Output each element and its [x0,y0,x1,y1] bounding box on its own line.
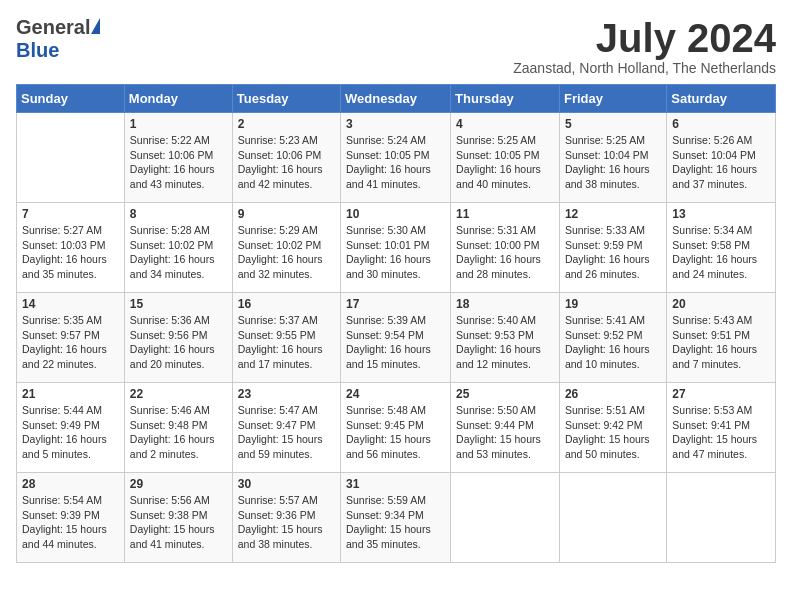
calendar-cell: 31Sunrise: 5:59 AM Sunset: 9:34 PM Dayli… [341,473,451,563]
day-number: 13 [672,207,770,221]
cell-content: Sunrise: 5:59 AM Sunset: 9:34 PM Dayligh… [346,493,445,552]
title-block: July 2024 Zaanstad, North Holland, The N… [513,16,776,76]
calendar-cell: 9Sunrise: 5:29 AM Sunset: 10:02 PM Dayli… [232,203,340,293]
cell-content: Sunrise: 5:30 AM Sunset: 10:01 PM Daylig… [346,223,445,282]
day-number: 1 [130,117,227,131]
day-number: 7 [22,207,119,221]
day-header-sunday: Sunday [17,85,125,113]
calendar-cell: 22Sunrise: 5:46 AM Sunset: 9:48 PM Dayli… [124,383,232,473]
calendar-header: SundayMondayTuesdayWednesdayThursdayFrid… [17,85,776,113]
cell-content: Sunrise: 5:57 AM Sunset: 9:36 PM Dayligh… [238,493,335,552]
page-header: General Blue July 2024 Zaanstad, North H… [16,16,776,76]
cell-content: Sunrise: 5:29 AM Sunset: 10:02 PM Daylig… [238,223,335,282]
week-row-3: 14Sunrise: 5:35 AM Sunset: 9:57 PM Dayli… [17,293,776,383]
day-number: 5 [565,117,661,131]
calendar-cell: 18Sunrise: 5:40 AM Sunset: 9:53 PM Dayli… [451,293,560,383]
cell-content: Sunrise: 5:53 AM Sunset: 9:41 PM Dayligh… [672,403,770,462]
calendar-cell: 20Sunrise: 5:43 AM Sunset: 9:51 PM Dayli… [667,293,776,383]
day-header-saturday: Saturday [667,85,776,113]
cell-content: Sunrise: 5:48 AM Sunset: 9:45 PM Dayligh… [346,403,445,462]
cell-content: Sunrise: 5:39 AM Sunset: 9:54 PM Dayligh… [346,313,445,372]
calendar-cell: 25Sunrise: 5:50 AM Sunset: 9:44 PM Dayli… [451,383,560,473]
cell-content: Sunrise: 5:24 AM Sunset: 10:05 PM Daylig… [346,133,445,192]
calendar-cell: 26Sunrise: 5:51 AM Sunset: 9:42 PM Dayli… [559,383,666,473]
calendar-cell: 19Sunrise: 5:41 AM Sunset: 9:52 PM Dayli… [559,293,666,383]
day-number: 22 [130,387,227,401]
day-header-monday: Monday [124,85,232,113]
day-number: 31 [346,477,445,491]
cell-content: Sunrise: 5:25 AM Sunset: 10:04 PM Daylig… [565,133,661,192]
day-number: 6 [672,117,770,131]
cell-content: Sunrise: 5:36 AM Sunset: 9:56 PM Dayligh… [130,313,227,372]
cell-content: Sunrise: 5:33 AM Sunset: 9:59 PM Dayligh… [565,223,661,282]
calendar-cell: 16Sunrise: 5:37 AM Sunset: 9:55 PM Dayli… [232,293,340,383]
day-number: 15 [130,297,227,311]
cell-content: Sunrise: 5:22 AM Sunset: 10:06 PM Daylig… [130,133,227,192]
cell-content: Sunrise: 5:27 AM Sunset: 10:03 PM Daylig… [22,223,119,282]
cell-content: Sunrise: 5:28 AM Sunset: 10:02 PM Daylig… [130,223,227,282]
calendar-cell: 4Sunrise: 5:25 AM Sunset: 10:05 PM Dayli… [451,113,560,203]
day-number: 8 [130,207,227,221]
cell-content: Sunrise: 5:35 AM Sunset: 9:57 PM Dayligh… [22,313,119,372]
cell-content: Sunrise: 5:56 AM Sunset: 9:38 PM Dayligh… [130,493,227,552]
calendar-cell [559,473,666,563]
logo: General Blue [16,16,100,62]
calendar-cell: 21Sunrise: 5:44 AM Sunset: 9:49 PM Dayli… [17,383,125,473]
cell-content: Sunrise: 5:37 AM Sunset: 9:55 PM Dayligh… [238,313,335,372]
week-row-5: 28Sunrise: 5:54 AM Sunset: 9:39 PM Dayli… [17,473,776,563]
calendar-cell: 11Sunrise: 5:31 AM Sunset: 10:00 PM Dayl… [451,203,560,293]
days-header-row: SundayMondayTuesdayWednesdayThursdayFrid… [17,85,776,113]
day-number: 11 [456,207,554,221]
day-number: 12 [565,207,661,221]
calendar-table: SundayMondayTuesdayWednesdayThursdayFrid… [16,84,776,563]
day-number: 28 [22,477,119,491]
calendar-cell: 17Sunrise: 5:39 AM Sunset: 9:54 PM Dayli… [341,293,451,383]
calendar-cell: 6Sunrise: 5:26 AM Sunset: 10:04 PM Dayli… [667,113,776,203]
day-number: 4 [456,117,554,131]
day-number: 24 [346,387,445,401]
calendar-cell: 27Sunrise: 5:53 AM Sunset: 9:41 PM Dayli… [667,383,776,473]
calendar-cell: 1Sunrise: 5:22 AM Sunset: 10:06 PM Dayli… [124,113,232,203]
day-number: 2 [238,117,335,131]
day-number: 9 [238,207,335,221]
calendar-cell: 23Sunrise: 5:47 AM Sunset: 9:47 PM Dayli… [232,383,340,473]
calendar-cell: 5Sunrise: 5:25 AM Sunset: 10:04 PM Dayli… [559,113,666,203]
calendar-cell: 3Sunrise: 5:24 AM Sunset: 10:05 PM Dayli… [341,113,451,203]
day-number: 16 [238,297,335,311]
day-header-friday: Friday [559,85,666,113]
day-number: 10 [346,207,445,221]
day-number: 21 [22,387,119,401]
day-number: 25 [456,387,554,401]
cell-content: Sunrise: 5:34 AM Sunset: 9:58 PM Dayligh… [672,223,770,282]
calendar-cell [17,113,125,203]
day-number: 18 [456,297,554,311]
week-row-4: 21Sunrise: 5:44 AM Sunset: 9:49 PM Dayli… [17,383,776,473]
cell-content: Sunrise: 5:43 AM Sunset: 9:51 PM Dayligh… [672,313,770,372]
day-number: 29 [130,477,227,491]
day-number: 26 [565,387,661,401]
cell-content: Sunrise: 5:25 AM Sunset: 10:05 PM Daylig… [456,133,554,192]
cell-content: Sunrise: 5:31 AM Sunset: 10:00 PM Daylig… [456,223,554,282]
day-header-thursday: Thursday [451,85,560,113]
calendar-cell: 13Sunrise: 5:34 AM Sunset: 9:58 PM Dayli… [667,203,776,293]
calendar-cell: 14Sunrise: 5:35 AM Sunset: 9:57 PM Dayli… [17,293,125,383]
cell-content: Sunrise: 5:46 AM Sunset: 9:48 PM Dayligh… [130,403,227,462]
calendar-cell [451,473,560,563]
calendar-cell: 2Sunrise: 5:23 AM Sunset: 10:06 PM Dayli… [232,113,340,203]
day-number: 3 [346,117,445,131]
day-number: 19 [565,297,661,311]
logo-triangle-icon [91,18,100,34]
calendar-cell: 10Sunrise: 5:30 AM Sunset: 10:01 PM Dayl… [341,203,451,293]
month-title: July 2024 [513,16,776,60]
calendar-cell: 30Sunrise: 5:57 AM Sunset: 9:36 PM Dayli… [232,473,340,563]
cell-content: Sunrise: 5:54 AM Sunset: 9:39 PM Dayligh… [22,493,119,552]
cell-content: Sunrise: 5:23 AM Sunset: 10:06 PM Daylig… [238,133,335,192]
week-row-1: 1Sunrise: 5:22 AM Sunset: 10:06 PM Dayli… [17,113,776,203]
logo-general: General [16,16,90,39]
calendar-cell: 15Sunrise: 5:36 AM Sunset: 9:56 PM Dayli… [124,293,232,383]
day-number: 23 [238,387,335,401]
cell-content: Sunrise: 5:47 AM Sunset: 9:47 PM Dayligh… [238,403,335,462]
calendar-cell [667,473,776,563]
calendar-body: 1Sunrise: 5:22 AM Sunset: 10:06 PM Dayli… [17,113,776,563]
day-number: 27 [672,387,770,401]
